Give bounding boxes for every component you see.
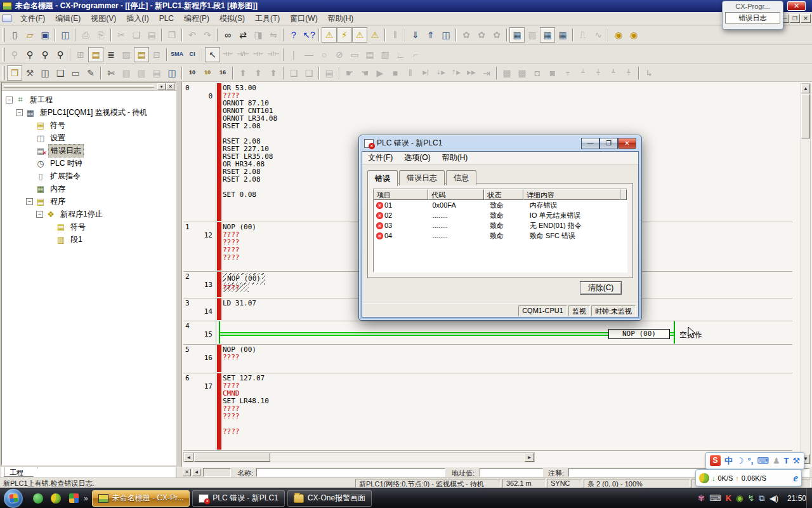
quick-launch-apps[interactable] <box>67 491 81 505</box>
dialog-menu-文件(F)[interactable]: 文件(F) <box>362 151 398 164</box>
mdi-close-button[interactable]: ✕ <box>801 14 811 23</box>
error-row-03[interactable]: ✕03........致命无 END(01) 指令 <box>374 220 627 231</box>
view-mnemonics-button[interactable]: SMA <box>169 47 185 62</box>
signed-decimal-monitor-button[interactable]: 10 <box>200 65 215 81</box>
scroll-up-button[interactable]: ▲ <box>801 84 810 93</box>
tree-item-新工程[interactable]: −⌗新工程 <box>3 93 174 106</box>
dialog-minimize-button[interactable]: — <box>581 138 599 149</box>
vertical-scrollbar[interactable]: ▲ ▼ <box>801 83 811 464</box>
tray-power-plug[interactable]: ↯ <box>747 494 754 502</box>
column-header-代码[interactable]: 代码 <box>428 189 484 200</box>
tray-input-keyboard[interactable]: ⌨ <box>709 494 721 502</box>
workspace-grip[interactable]: ▾ ✕ <box>2 83 176 91</box>
tree-expander[interactable]: − <box>36 211 43 218</box>
show-desktop-button[interactable] <box>806 488 812 508</box>
menu-item-窗口(W)[interactable]: 窗口(W) <box>285 12 322 25</box>
tree-expander[interactable]: − <box>16 109 23 116</box>
tree-item-新程序1停止[interactable]: −❖新程序1停止 <box>3 208 174 220</box>
menu-item-文件(F)[interactable]: 文件(F) <box>15 12 50 25</box>
find-report-window-button[interactable]: ◫ <box>37 65 53 81</box>
dialog-menu-选项(O)[interactable]: 选项(O) <box>398 151 436 164</box>
scroll-right-button[interactable]: ► <box>525 453 534 462</box>
properties-button[interactable]: ✎ <box>83 65 98 81</box>
menu-item-编程(P)[interactable]: 编程(P) <box>179 12 214 25</box>
online-edit-compile-button[interactable]: ⚡ <box>337 27 352 43</box>
project-tab[interactable]: 工程 <box>4 467 38 477</box>
start-button[interactable] <box>4 489 23 508</box>
rung-5[interactable]: 516NOP (00)???? <box>183 345 792 373</box>
tree-expander[interactable]: − <box>26 198 33 205</box>
tray-network[interactable]: ⧉ <box>759 494 764 502</box>
name-input[interactable] <box>256 468 445 477</box>
decimal-monitor-button[interactable]: 10 <box>185 65 200 81</box>
dialog-tab-信息[interactable]: 信息 <box>446 170 476 185</box>
menu-item-帮助(H)[interactable]: 帮助(H) <box>323 12 359 25</box>
quick-launch-chevron[interactable]: » <box>84 494 88 503</box>
close-button[interactable]: ✕ <box>787 1 806 11</box>
new-file-button[interactable]: ▯ <box>7 27 22 43</box>
toolbox-button[interactable]: ⚒ <box>22 65 37 81</box>
cut-rung-button[interactable]: ✄ <box>103 65 119 81</box>
ime-account[interactable]: ♟ <box>773 456 780 465</box>
address-reference-tool-button[interactable]: ◫ <box>164 65 180 81</box>
tree-item-错误日志[interactable]: ▤✕错误日志 <box>3 144 174 157</box>
taskbar-button-CX-One报警画面[interactable]: CX-One报警画面 <box>287 490 372 507</box>
toolbar-grip[interactable] <box>2 28 5 42</box>
tray-kaspersky[interactable]: K <box>726 494 731 502</box>
clear-button[interactable]: 清除(C) <box>580 281 622 295</box>
tray-360-safe[interactable]: ◉ <box>736 494 743 502</box>
ime-full-half-moon[interactable]: ☽ <box>737 456 744 465</box>
ime-punctuation[interactable]: °, <box>747 456 753 465</box>
tree-item-内存[interactable]: ▦内存 <box>3 182 174 195</box>
error-row-01[interactable]: ✕010x00FA致命内存错误 <box>374 200 627 210</box>
taskbar-clock[interactable]: 21:50 <box>787 494 806 503</box>
zoom-in-button[interactable]: ⚲ <box>37 47 53 62</box>
mdi-restore-button[interactable]: ❐ <box>790 14 800 23</box>
address-input[interactable] <box>480 468 543 477</box>
toolbar-grip[interactable] <box>2 48 5 62</box>
menu-item-模拟(S)[interactable]: 模拟(S) <box>214 12 250 25</box>
program-check-options-button[interactable]: ⚠ <box>352 27 367 43</box>
close-pane-button[interactable]: ✕ <box>183 469 191 476</box>
taskbar-button-PLC 错误 - 新PLC1[interactable]: PLC 错误 - 新PLC1 <box>192 490 284 507</box>
view-cross-reference-button[interactable]: CI <box>185 47 200 62</box>
show-symbol-bar-button[interactable]: ▤ <box>134 47 149 62</box>
error-row-04[interactable]: ✕04........致命致命 SFC 错误 <box>374 231 627 241</box>
column-header-项目[interactable]: 项目 <box>374 189 428 200</box>
tree-item-符号[interactable]: ▤符号 <box>3 119 174 131</box>
scroll-left-button[interactable]: ◄ <box>184 453 193 462</box>
context-help-button[interactable]: ↖? <box>301 27 317 43</box>
tray-volume[interactable]: ◀) <box>769 494 778 502</box>
internet-explorer-icon[interactable]: e <box>793 472 798 485</box>
dialog-title-bar[interactable]: PLC 错误 - 新PLC1 —❐✕ <box>359 135 641 151</box>
column-header-详细内容[interactable]: 详细内容 <box>523 189 620 200</box>
menu-item-视图(V)[interactable]: 视图(V) <box>86 12 121 25</box>
download-to-plc-button[interactable]: ⇓ <box>408 27 423 43</box>
quick-launch-360[interactable] <box>49 491 63 505</box>
dialog-menu-帮助(H)[interactable]: 帮助(H) <box>436 151 474 164</box>
rung-6[interactable]: 617SET 127.07????CMNDSET LR48.10????????… <box>183 373 792 451</box>
cross-reference-report-button[interactable]: ❑ <box>53 65 68 81</box>
mdi-child-icon[interactable] <box>3 15 11 22</box>
set-protection-button[interactable]: ◉ <box>611 27 626 43</box>
hex-monitor-button[interactable]: 16 <box>215 65 230 81</box>
dialog-tab-错误日志[interactable]: 错误日志 <box>399 170 445 185</box>
error-list[interactable]: 项目代码状态详细内容 ✕010x00FA致命内存错误✕02........致命I… <box>373 189 627 272</box>
dialog-close-button[interactable]: ✕ <box>618 138 636 149</box>
floating-error-log-toolbar[interactable]: CX-Progr... 错误日志 <box>722 1 783 30</box>
ime-toolbox[interactable]: ⚒ <box>792 456 800 465</box>
dialog-maximize-button[interactable]: ❐ <box>599 138 618 149</box>
help-button[interactable]: ? <box>286 27 301 43</box>
watch-window-2-button[interactable]: ▦ <box>555 27 570 43</box>
tree-item-设置[interactable]: ◫设置 <box>3 131 174 144</box>
tree-item-扩展指令[interactable]: ▯扩展指令 <box>3 170 174 182</box>
error-log-button[interactable]: 错误日志 <box>725 12 780 23</box>
tree-expander[interactable]: − <box>6 97 13 104</box>
taskbar-button-未命名標題 - CX-Pr...[interactable]: 未命名標題 - CX-Pr... <box>92 490 190 507</box>
find-button[interactable]: ∞ <box>220 27 235 43</box>
error-row-02[interactable]: ✕02........致命IO 单元结束错误 <box>374 210 627 220</box>
menu-item-插入(I)[interactable]: 插入(I) <box>121 12 154 25</box>
menu-item-PLC[interactable]: PLC <box>154 13 179 24</box>
vertical-scroll-thumb[interactable] <box>801 94 810 138</box>
release-protection-button[interactable]: ◉ <box>626 27 641 43</box>
